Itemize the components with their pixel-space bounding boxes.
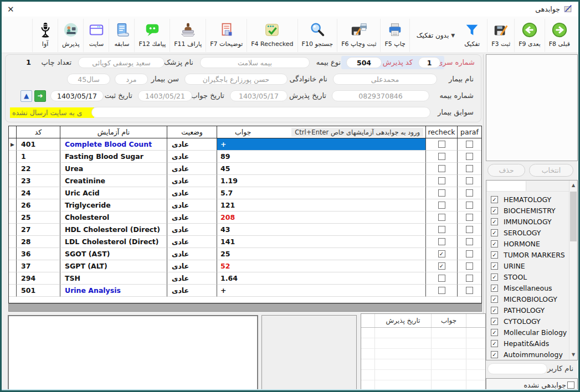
save-print-button[interactable]: ثبت وچاپ F6 bbox=[337, 19, 380, 52]
table-row[interactable]: 294TSHعادی1.64 bbox=[9, 272, 481, 285]
category-item[interactable]: ✓URINE bbox=[486, 260, 569, 271]
paraf-checkbox[interactable] bbox=[466, 250, 473, 257]
table-row[interactable]: ▶401Complete Blood Countعادی+ bbox=[9, 138, 481, 151]
date-go-button[interactable]: ➜ bbox=[34, 90, 46, 102]
table-row[interactable]: 26Triglycerideعادی121 bbox=[9, 199, 481, 212]
insurance-no-field[interactable]: 0829370846 bbox=[332, 90, 429, 101]
table-row[interactable]: 22Ureaعادی45 bbox=[9, 163, 481, 175]
recheck-checkbox[interactable] bbox=[438, 153, 445, 160]
paraf-button[interactable]: پاراف F11 bbox=[170, 19, 206, 52]
separate-mode-dropdown[interactable]: ▼ بدون تفکیک bbox=[412, 32, 459, 39]
doctor-field[interactable]: سعید یوسفی کوپائی bbox=[78, 57, 165, 68]
select-button[interactable]: انتخاب bbox=[529, 164, 573, 177]
close-icon[interactable]: ✕ bbox=[7, 4, 14, 14]
sms-button[interactable]: پیامك F12 bbox=[134, 19, 170, 52]
category-checkbox[interactable]: ✓ bbox=[491, 218, 498, 225]
table-row[interactable]: 28LDL Cholesterol (Direct)عادی141 bbox=[9, 236, 481, 248]
admit-date-field[interactable]: 1403/05/17 bbox=[230, 90, 288, 101]
recheck-checkbox[interactable] bbox=[438, 226, 445, 233]
delete-button[interactable]: حذف bbox=[487, 164, 525, 177]
category-checkbox[interactable]: ✓ bbox=[491, 274, 498, 281]
gender-field[interactable]: مرد bbox=[115, 74, 148, 85]
ava-button[interactable]: آوا bbox=[32, 19, 58, 52]
category-item[interactable]: ✓HEMATOLOGY bbox=[486, 194, 569, 205]
search-button[interactable]: جستجو F10 bbox=[297, 19, 337, 52]
save-button[interactable]: ثبت F3 bbox=[487, 19, 514, 52]
first-name-field[interactable]: محمدعلی bbox=[333, 74, 437, 85]
recheck-checkbox[interactable] bbox=[438, 141, 445, 148]
table-row[interactable]: 501Urine Analysisعادی+ bbox=[9, 285, 481, 297]
paraf-checkbox[interactable] bbox=[466, 238, 473, 245]
date-up-button[interactable]: ▲ bbox=[20, 90, 32, 102]
category-item[interactable]: ✓CYTOLOGY bbox=[486, 316, 569, 327]
username-field[interactable] bbox=[487, 363, 547, 374]
print-button[interactable]: چاپ F5 bbox=[380, 19, 409, 52]
insurance-type-field[interactable]: بیمه سلامت bbox=[200, 57, 310, 68]
category-item[interactable]: ✓TUMOR MARKERS bbox=[486, 249, 569, 260]
category-checkbox[interactable]: ✓ bbox=[491, 296, 498, 303]
paraf-checkbox[interactable] bbox=[466, 287, 473, 294]
prev-button[interactable]: قبلی F8 bbox=[545, 19, 574, 52]
recheck-checkbox[interactable] bbox=[438, 275, 445, 282]
category-checkbox[interactable]: ✓ bbox=[491, 318, 498, 325]
reception-button[interactable]: پذیرش bbox=[58, 19, 83, 52]
paraf-checkbox[interactable] bbox=[466, 153, 473, 160]
category-scrollbar[interactable]: ▲ ▼ bbox=[569, 180, 577, 360]
category-item[interactable]: ✓IMMUNOLOGY bbox=[486, 216, 569, 227]
category-checkbox[interactable]: ✓ bbox=[491, 229, 498, 236]
test-name-column-header[interactable]: نام آزمایش bbox=[60, 126, 167, 138]
category-checkbox[interactable]: ✓ bbox=[491, 329, 498, 336]
recheck-checkbox[interactable] bbox=[438, 202, 445, 209]
category-item[interactable]: ✓PATHOLOGY bbox=[486, 305, 569, 316]
result-text-box[interactable] bbox=[8, 315, 258, 390]
scroll-thumb[interactable] bbox=[570, 192, 577, 241]
category-checkbox[interactable]: ✓ bbox=[491, 307, 498, 314]
category-item[interactable]: ✓MICROBIOLOGY bbox=[486, 293, 569, 305]
rechecked-button[interactable]: F4 Rechecked bbox=[247, 19, 297, 52]
admit-code-field[interactable]: 504 bbox=[346, 57, 382, 68]
history-date-header[interactable]: تاریخ پذیرش bbox=[375, 314, 432, 327]
paraf-checkbox[interactable] bbox=[466, 177, 473, 184]
category-checkbox[interactable]: ✓ bbox=[491, 251, 498, 259]
recheck-checkbox[interactable] bbox=[438, 238, 445, 245]
paraf-checkbox[interactable] bbox=[466, 275, 473, 282]
category-checkbox[interactable]: ✓ bbox=[491, 240, 498, 247]
recheck-checkbox[interactable] bbox=[438, 177, 445, 184]
answer-date-field[interactable]: 1403/05/21 bbox=[138, 90, 192, 101]
separate-button[interactable]: تفکیک bbox=[459, 19, 485, 52]
category-item[interactable]: ✓SEROLOGY bbox=[486, 227, 569, 238]
recheck-checkbox[interactable]: ✓ bbox=[438, 262, 445, 270]
paraf-checkbox[interactable] bbox=[466, 141, 473, 148]
table-row[interactable]: 25Cholesterolعادی208 bbox=[9, 212, 481, 224]
paraf-checkbox[interactable] bbox=[466, 165, 473, 172]
status-column-header[interactable]: وضعیت bbox=[167, 126, 217, 138]
reg-date-field[interactable]: 1403/05/17 bbox=[50, 90, 104, 101]
category-checkbox[interactable]: ✓ bbox=[491, 351, 498, 358]
table-row[interactable]: 24Uric Acidعادی5.7 bbox=[9, 187, 481, 199]
site-button[interactable]: سایت bbox=[83, 19, 109, 52]
recheck-checkbox[interactable]: ✓ bbox=[438, 250, 445, 257]
serial-field[interactable]: 1 bbox=[418, 57, 440, 68]
category-item[interactable]: ✓Hepatit&Aids bbox=[486, 338, 569, 349]
scroll-up-icon[interactable]: ▲ bbox=[569, 181, 577, 190]
category-item[interactable]: ✓Autoimmunology bbox=[486, 349, 569, 360]
code-column-header[interactable]: کد bbox=[17, 126, 60, 138]
recheck-checkbox[interactable] bbox=[438, 214, 445, 221]
answer-column-header[interactable]: جواب ورود به جوابدهی آزمایشهای خاص Ctrl+… bbox=[217, 126, 426, 138]
unanswered-checkbox[interactable] bbox=[567, 381, 574, 389]
last-name-field[interactable]: حسن پورزارع باجگیران bbox=[184, 74, 288, 85]
table-row[interactable]: 37SGPT (ALT)عادی52✓ bbox=[9, 260, 481, 272]
paraf-checkbox[interactable] bbox=[466, 214, 473, 221]
history-answer-header[interactable]: جواب bbox=[432, 314, 466, 327]
category-checkbox[interactable]: ✓ bbox=[491, 285, 498, 292]
table-row[interactable]: 36SGOT (AST)عادی25✓ bbox=[9, 248, 481, 260]
next-button[interactable]: بعدی F9 bbox=[514, 19, 545, 52]
category-item[interactable]: ✓HORMONE bbox=[486, 238, 569, 249]
scroll-down-icon[interactable]: ▼ bbox=[569, 350, 577, 359]
recheck-checkbox[interactable] bbox=[438, 287, 445, 294]
paraf-column-header[interactable]: paraf bbox=[458, 126, 481, 138]
paraf-checkbox[interactable] bbox=[466, 189, 473, 197]
history-button[interactable]: سابقه bbox=[109, 19, 134, 52]
recheck-checkbox[interactable] bbox=[438, 189, 445, 197]
table-row[interactable]: 27HDL Cholesterol (Direct)عادی43 bbox=[9, 224, 481, 236]
